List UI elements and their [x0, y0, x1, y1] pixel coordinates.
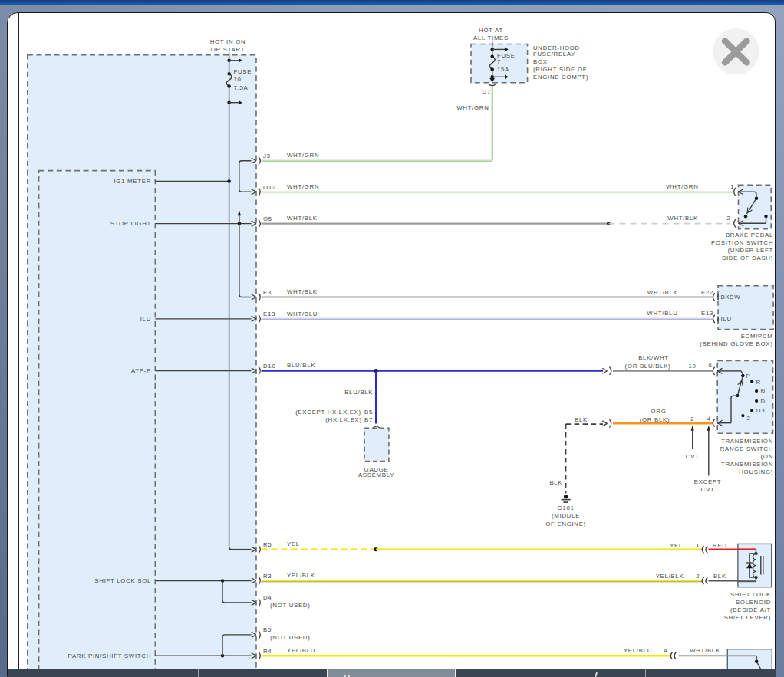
svg-text:YEL/BLU: YEL/BLU: [287, 647, 315, 654]
svg-text:B5: B5: [263, 626, 272, 633]
svg-text:OR START: OR START: [211, 46, 245, 53]
svg-text:PARK PIN/SHIFT SWITCH: PARK PIN/SHIFT SWITCH: [68, 652, 151, 659]
svg-text:HOT IN ON: HOT IN ON: [210, 38, 246, 45]
svg-text:B5: B5: [364, 409, 373, 416]
svg-text:(NOT USED): (NOT USED): [270, 634, 311, 641]
svg-text:(EXCEPT HX,LX,EX): (EXCEPT HX,LX,EX): [295, 409, 361, 416]
svg-text:FUSE/RELAY: FUSE/RELAY: [533, 51, 575, 58]
svg-text:SHIFT LEVER): SHIFT LEVER): [724, 614, 771, 621]
svg-text:(NOT USED): (NOT USED): [270, 602, 311, 609]
svg-text:EXCEPT: EXCEPT: [694, 478, 722, 485]
svg-text:WHT/BLK: WHT/BLK: [287, 288, 318, 295]
svg-text:ORG: ORG: [651, 408, 667, 415]
svg-text:E13: E13: [263, 311, 275, 317]
svg-text:O12: O12: [263, 184, 276, 191]
svg-text:D10: D10: [263, 363, 275, 370]
svg-text:6: 6: [708, 362, 712, 369]
svg-text:2: 2: [690, 416, 694, 422]
svg-text:(MIDDLE: (MIDDLE: [552, 512, 580, 519]
svg-text:WHT/BLK: WHT/BLK: [647, 289, 678, 296]
svg-text:FUSE: FUSE: [234, 68, 252, 75]
svg-text:BKSW: BKSW: [721, 294, 741, 301]
svg-text:O5: O5: [263, 215, 272, 222]
svg-text:(BEHIND GLOVE BOX): (BEHIND GLOVE BOX): [700, 340, 772, 347]
svg-text:E3: E3: [263, 289, 272, 296]
svg-text:BLU/BLK: BLU/BLK: [287, 362, 315, 369]
svg-text:10: 10: [689, 363, 697, 370]
svg-text:7.5A: 7.5A: [234, 84, 249, 91]
svg-text:J3: J3: [263, 153, 271, 159]
svg-text:WHT/BLK: WHT/BLK: [667, 215, 698, 222]
svg-text:(ON: (ON: [761, 453, 773, 460]
svg-text:SHIFT LOCK SOL: SHIFT LOCK SOL: [94, 577, 151, 584]
svg-text:4: 4: [707, 416, 711, 422]
svg-text:R5: R5: [263, 541, 272, 548]
svg-text:N: N: [761, 388, 766, 395]
svg-text:ILU: ILU: [140, 316, 151, 323]
svg-text:WHT/BLK: WHT/BLK: [690, 647, 720, 654]
svg-text:E22: E22: [701, 289, 713, 296]
svg-text:R: R: [756, 379, 761, 386]
svg-text:10: 10: [234, 76, 242, 83]
svg-text:R4: R4: [263, 648, 272, 655]
svg-text:SOLENOID: SOLENOID: [736, 599, 771, 606]
svg-text:G101: G101: [558, 504, 575, 511]
svg-text:1: 1: [696, 542, 700, 549]
svg-text:(OR BLK): (OR BLK): [640, 416, 670, 423]
svg-text:7: 7: [497, 58, 501, 65]
svg-text:BLK/WHT: BLK/WHT: [638, 354, 669, 361]
svg-text:YEL/BLK: YEL/BLK: [287, 572, 315, 579]
svg-text:BLK: BLK: [713, 573, 726, 580]
svg-text:SIDE OF DASH): SIDE OF DASH): [722, 255, 773, 261]
svg-text:B7: B7: [364, 416, 373, 423]
svg-text:WHT/BLU: WHT/BLU: [287, 311, 318, 317]
svg-text:D4: D4: [263, 594, 272, 601]
svg-text:WHT/GRN: WHT/GRN: [287, 152, 319, 159]
svg-text:ATP-P: ATP-P: [131, 367, 151, 374]
svg-text:OF ENGINE): OF ENGINE): [545, 521, 586, 527]
svg-text:(OR BLU/BLK): (OR BLU/BLK): [625, 363, 671, 370]
svg-text:ASSEMBLY: ASSEMBLY: [358, 472, 394, 478]
svg-text:HOT AT: HOT AT: [479, 27, 503, 34]
svg-text:(RIGHT SIDE OF: (RIGHT SIDE OF: [533, 66, 587, 73]
svg-text:1: 1: [730, 183, 734, 190]
svg-text:WHT/BLK: WHT/BLK: [287, 215, 318, 222]
svg-text:RANGE SWITCH: RANGE SWITCH: [720, 445, 773, 452]
svg-text:D7: D7: [483, 88, 491, 95]
svg-text:E13: E13: [701, 310, 713, 317]
svg-text:D3: D3: [756, 407, 765, 414]
svg-text:(HX,LX,EX): (HX,LX,EX): [325, 416, 362, 423]
svg-text:TRANSMISSION: TRANSMISSION: [721, 438, 773, 445]
svg-text:RED: RED: [713, 542, 727, 549]
svg-text:WHT/GRN: WHT/GRN: [456, 104, 489, 111]
svg-text:WHT/BLU: WHT/BLU: [647, 310, 677, 317]
svg-text:BLK: BLK: [549, 479, 562, 486]
svg-text:CVT: CVT: [701, 486, 715, 493]
svg-text:ECM/PCM: ECM/PCM: [741, 333, 773, 340]
svg-text:YEL/BLU: YEL/BLU: [624, 647, 652, 654]
svg-text:TRANSMISSION: TRANSMISSION: [721, 461, 773, 468]
svg-text:BLK: BLK: [575, 416, 588, 423]
svg-text:SHIFT LOCK: SHIFT LOCK: [730, 591, 771, 598]
svg-text:2: 2: [726, 215, 730, 222]
svg-text:POSITION SWITCH: POSITION SWITCH: [711, 239, 773, 246]
svg-text:YEL: YEL: [287, 541, 300, 547]
svg-text:BRAKE PEDAL: BRAKE PEDAL: [726, 232, 773, 238]
svg-text:HOUSING): HOUSING): [739, 468, 773, 475]
svg-text:2: 2: [696, 573, 700, 580]
svg-text:YEL/BLK: YEL/BLK: [656, 573, 684, 580]
svg-text:IG1 METER: IG1 METER: [114, 178, 151, 185]
svg-text:WHT/GRN: WHT/GRN: [287, 183, 319, 190]
svg-text:R3: R3: [263, 573, 272, 580]
svg-text:4: 4: [664, 647, 667, 654]
svg-text:15A: 15A: [497, 66, 509, 73]
svg-text:YEL: YEL: [670, 542, 683, 549]
svg-text:BOX: BOX: [533, 58, 548, 65]
svg-text:D: D: [761, 398, 766, 405]
svg-text:ALL TIMES: ALL TIMES: [473, 35, 509, 41]
svg-text:2: 2: [747, 415, 751, 422]
svg-text:STOP LIGHT: STOP LIGHT: [110, 220, 151, 227]
svg-text:ENGINE COMPT): ENGINE COMPT): [533, 74, 588, 81]
svg-text:(BESIDE A/T: (BESIDE A/T: [730, 606, 771, 613]
svg-text:P: P: [746, 373, 751, 380]
